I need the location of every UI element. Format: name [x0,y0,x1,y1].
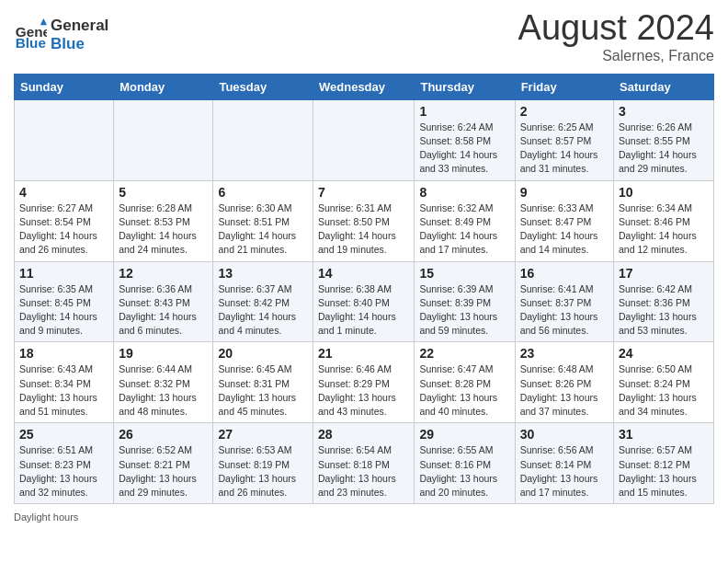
day-number: 13 [218,266,308,281]
day-info: Sunrise: 6:53 AM Sunset: 8:19 PM Dayligh… [218,443,308,500]
day-header-thursday: Thursday [415,74,515,99]
calendar-cell: 1Sunrise: 6:24 AM Sunset: 8:58 PM Daylig… [415,99,515,180]
footer: Daylight hours [14,511,714,523]
day-number: 26 [119,427,208,442]
title-block: August 2024 Salernes, France [518,9,714,64]
day-number: 11 [19,266,108,281]
logo-line2: Blue [51,35,108,53]
day-number: 5 [119,185,208,200]
day-header-friday: Friday [515,74,613,99]
day-number: 7 [318,185,409,200]
calendar-cell: 12Sunrise: 6:36 AM Sunset: 8:43 PM Dayli… [114,261,213,342]
day-info: Sunrise: 6:25 AM Sunset: 8:57 PM Dayligh… [520,121,609,177]
day-number: 20 [218,346,308,361]
svg-marker-2 [40,18,47,25]
calendar-cell: 4Sunrise: 6:27 AM Sunset: 8:54 PM Daylig… [15,180,114,261]
day-number: 4 [19,185,108,200]
days-header-row: SundayMondayTuesdayWednesdayThursdayFrid… [15,74,714,99]
calendar-cell: 5Sunrise: 6:28 AM Sunset: 8:53 PM Daylig… [114,180,213,261]
calendar-cell: 26Sunrise: 6:52 AM Sunset: 8:21 PM Dayli… [114,423,213,504]
day-number: 14 [318,266,409,281]
day-number: 16 [520,266,609,281]
day-header-tuesday: Tuesday [213,74,313,99]
day-number: 12 [119,266,208,281]
calendar-cell: 23Sunrise: 6:48 AM Sunset: 8:26 PM Dayli… [515,342,613,423]
day-info: Sunrise: 6:36 AM Sunset: 8:43 PM Dayligh… [119,282,208,339]
calendar-cell: 28Sunrise: 6:54 AM Sunset: 8:18 PM Dayli… [313,423,415,504]
month-year: August 2024 [518,9,714,48]
day-info: Sunrise: 6:26 AM Sunset: 8:55 PM Dayligh… [619,121,709,177]
day-info: Sunrise: 6:55 AM Sunset: 8:16 PM Dayligh… [419,443,509,500]
day-info: Sunrise: 6:57 AM Sunset: 8:12 PM Dayligh… [619,443,709,500]
day-info: Sunrise: 6:39 AM Sunset: 8:39 PM Dayligh… [419,282,509,339]
calendar-cell: 9Sunrise: 6:33 AM Sunset: 8:47 PM Daylig… [515,180,613,261]
location: Salernes, France [518,48,714,64]
day-info: Sunrise: 6:56 AM Sunset: 8:14 PM Dayligh… [520,443,609,500]
day-header-monday: Monday [114,74,213,99]
calendar-cell: 20Sunrise: 6:45 AM Sunset: 8:31 PM Dayli… [213,342,313,423]
day-number: 22 [419,346,509,361]
day-number: 19 [119,346,208,361]
day-number: 23 [520,346,609,361]
calendar-cell: 13Sunrise: 6:37 AM Sunset: 8:42 PM Dayli… [213,261,313,342]
week-row-4: 18Sunrise: 6:43 AM Sunset: 8:34 PM Dayli… [15,342,714,423]
day-number: 25 [19,427,108,442]
calendar-cell: 10Sunrise: 6:34 AM Sunset: 8:46 PM Dayli… [614,180,714,261]
calendar-cell: 25Sunrise: 6:51 AM Sunset: 8:23 PM Dayli… [15,423,114,504]
day-number: 21 [318,346,409,361]
day-header-saturday: Saturday [614,74,714,99]
day-info: Sunrise: 6:47 AM Sunset: 8:28 PM Dayligh… [419,362,509,419]
day-number: 2 [520,104,609,119]
calendar-cell: 11Sunrise: 6:35 AM Sunset: 8:45 PM Dayli… [15,261,114,342]
day-info: Sunrise: 6:28 AM Sunset: 8:53 PM Dayligh… [119,201,208,258]
svg-text:Blue: Blue [16,36,46,52]
calendar-cell: 27Sunrise: 6:53 AM Sunset: 8:19 PM Dayli… [213,423,313,504]
calendar-cell: 7Sunrise: 6:31 AM Sunset: 8:50 PM Daylig… [313,180,415,261]
calendar-cell: 14Sunrise: 6:38 AM Sunset: 8:40 PM Dayli… [313,261,415,342]
day-info: Sunrise: 6:24 AM Sunset: 8:58 PM Dayligh… [419,121,509,177]
calendar-cell: 2Sunrise: 6:25 AM Sunset: 8:57 PM Daylig… [515,99,613,180]
logo-line1: General [51,17,108,35]
calendar-cell: 30Sunrise: 6:56 AM Sunset: 8:14 PM Dayli… [515,423,613,504]
day-info: Sunrise: 6:33 AM Sunset: 8:47 PM Dayligh… [520,201,609,258]
calendar-cell: 18Sunrise: 6:43 AM Sunset: 8:34 PM Dayli… [15,342,114,423]
logo: General Blue General Blue [14,17,108,54]
day-info: Sunrise: 6:34 AM Sunset: 8:46 PM Dayligh… [619,201,709,258]
day-number: 29 [419,427,509,442]
daylight-label: Daylight hours [14,511,78,523]
calendar-cell: 6Sunrise: 6:30 AM Sunset: 8:51 PM Daylig… [213,180,313,261]
day-number: 31 [619,427,709,442]
day-info: Sunrise: 6:38 AM Sunset: 8:40 PM Dayligh… [318,282,409,339]
calendar-cell: 19Sunrise: 6:44 AM Sunset: 8:32 PM Dayli… [114,342,213,423]
day-info: Sunrise: 6:44 AM Sunset: 8:32 PM Dayligh… [119,362,208,419]
day-info: Sunrise: 6:30 AM Sunset: 8:51 PM Dayligh… [218,201,308,258]
calendar-cell: 29Sunrise: 6:55 AM Sunset: 8:16 PM Dayli… [415,423,515,504]
day-info: Sunrise: 6:48 AM Sunset: 8:26 PM Dayligh… [520,362,609,419]
day-number: 27 [218,427,308,442]
day-info: Sunrise: 6:50 AM Sunset: 8:24 PM Dayligh… [619,362,709,419]
day-info: Sunrise: 6:45 AM Sunset: 8:31 PM Dayligh… [218,362,308,419]
day-number: 24 [619,346,709,361]
day-number: 9 [520,185,609,200]
calendar-cell: 8Sunrise: 6:32 AM Sunset: 8:49 PM Daylig… [415,180,515,261]
day-number: 6 [218,185,308,200]
calendar-cell: 17Sunrise: 6:42 AM Sunset: 8:36 PM Dayli… [614,261,714,342]
day-info: Sunrise: 6:54 AM Sunset: 8:18 PM Dayligh… [318,443,409,500]
calendar-cell: 3Sunrise: 6:26 AM Sunset: 8:55 PM Daylig… [614,99,714,180]
calendar-cell: 15Sunrise: 6:39 AM Sunset: 8:39 PM Dayli… [415,261,515,342]
calendar-cell [15,99,114,180]
day-info: Sunrise: 6:27 AM Sunset: 8:54 PM Dayligh… [19,201,108,258]
day-header-sunday: Sunday [15,74,114,99]
day-number: 17 [619,266,709,281]
calendar-cell: 21Sunrise: 6:46 AM Sunset: 8:29 PM Dayli… [313,342,415,423]
day-number: 8 [419,185,509,200]
week-row-3: 11Sunrise: 6:35 AM Sunset: 8:45 PM Dayli… [15,261,714,342]
week-row-1: 1Sunrise: 6:24 AM Sunset: 8:58 PM Daylig… [15,99,714,180]
logo-icon: General Blue [14,18,47,52]
day-number: 28 [318,427,409,442]
day-number: 15 [419,266,509,281]
day-number: 10 [619,185,709,200]
day-info: Sunrise: 6:42 AM Sunset: 8:36 PM Dayligh… [619,282,709,339]
day-info: Sunrise: 6:31 AM Sunset: 8:50 PM Dayligh… [318,201,409,258]
day-number: 3 [619,104,709,119]
